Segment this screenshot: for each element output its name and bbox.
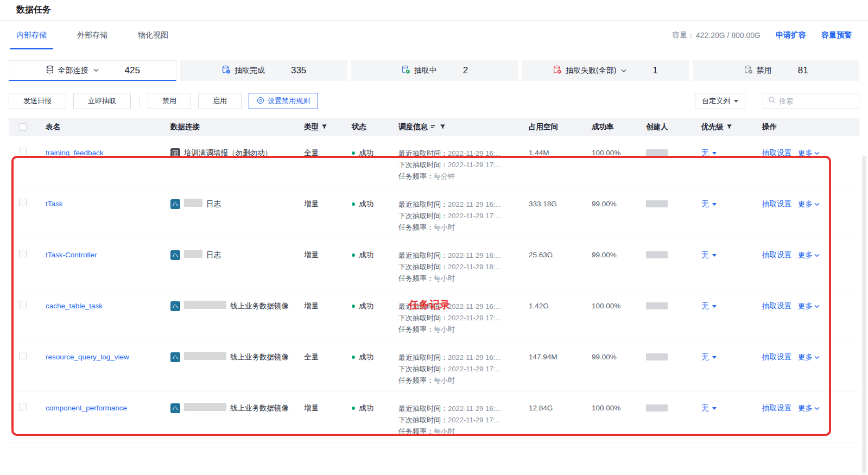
mysql-icon <box>170 199 180 209</box>
status-label: 成功 <box>359 403 373 414</box>
stat-card-extract-failed[interactable]: 抽取失败(全部) 1 <box>522 60 688 81</box>
capacity-area: 容量： 422.20G / 800.00G 申请扩容 容量预警 <box>672 30 852 40</box>
row-checkbox[interactable] <box>19 352 27 359</box>
search-input[interactable] <box>779 97 854 105</box>
connection-label: 线上业务数据镜像 <box>230 301 289 312</box>
rate-cell: 99.00% <box>582 187 636 238</box>
request-expand-link[interactable]: 申请扩容 <box>776 30 806 40</box>
schedule-cell: 最近抽取时间：2022-11-29 16:... 下次抽取时间：2022-11-… <box>390 391 520 442</box>
tab-external-storage[interactable]: 外部存储 <box>77 21 107 49</box>
stat-value: 425 <box>125 65 140 76</box>
filter-icon[interactable] <box>726 123 732 131</box>
creator-redacted <box>646 302 668 309</box>
column-header-priority: 优先级 <box>693 122 753 132</box>
more-dropdown[interactable]: 更多 <box>798 301 820 312</box>
stat-label: 全部连接 <box>58 66 88 75</box>
redacted-text <box>184 403 226 411</box>
priority-dropdown[interactable]: 无 <box>701 148 717 159</box>
tab-label: 外部存储 <box>77 30 107 40</box>
stat-card-disabled[interactable]: 禁用 81 <box>693 60 859 81</box>
extract-failed-icon <box>553 65 562 76</box>
stat-card-extracting[interactable]: 抽取中 2 <box>351 60 518 81</box>
filter-icon[interactable] <box>321 123 327 131</box>
sort-icon[interactable] <box>430 123 437 131</box>
column-header-size: 占用空间 <box>520 122 582 132</box>
type-cell: 增量 <box>294 238 343 289</box>
caret-down-icon <box>712 152 717 155</box>
form-connection-icon <box>170 148 180 158</box>
extract-settings-link[interactable]: 抽取设置 <box>762 301 791 312</box>
tab-internal-storage[interactable]: 内部存储 <box>16 21 47 49</box>
caret-down-icon <box>712 203 717 206</box>
table-name-link[interactable]: component_performance <box>46 404 127 412</box>
extract-settings-link[interactable]: 抽取设置 <box>762 352 791 363</box>
chevron-down-icon <box>814 407 820 410</box>
more-dropdown[interactable]: 更多 <box>798 250 820 261</box>
extract-now-button[interactable]: 立即抽取 <box>73 93 131 109</box>
priority-dropdown[interactable]: 无 <box>701 250 717 261</box>
chevron-down-icon <box>814 202 820 206</box>
chevron-down-icon <box>621 69 626 73</box>
tab-materialized-view[interactable]: 物化视图 <box>138 21 168 49</box>
row-checkbox[interactable] <box>19 403 27 410</box>
set-disable-rules-label: 设置禁用规则 <box>268 96 310 106</box>
extract-settings-link[interactable]: 抽取设置 <box>762 148 791 159</box>
more-dropdown[interactable]: 更多 <box>798 199 820 210</box>
table-name-link[interactable]: tTask-Controller <box>46 251 97 259</box>
rate-cell: 100.00% <box>582 391 636 442</box>
more-dropdown[interactable]: 更多 <box>798 148 820 159</box>
stat-label: 抽取完成 <box>235 66 265 75</box>
extract-done-icon <box>221 65 231 76</box>
column-header-schedule: 调度信息 <box>390 122 520 132</box>
row-checkbox[interactable] <box>19 250 27 257</box>
type-cell: 全量 <box>294 340 343 391</box>
creator-redacted <box>646 149 668 156</box>
chevron-down-icon <box>93 68 99 72</box>
status-dot <box>352 356 355 359</box>
disable-button[interactable]: 禁用 <box>148 93 191 109</box>
extract-settings-link[interactable]: 抽取设置 <box>762 199 791 210</box>
scrollbar[interactable] <box>862 156 866 473</box>
capacity-label: 容量： <box>672 30 695 40</box>
capacity-value: 422.20G / 800.00G <box>696 31 761 40</box>
redacted-text <box>184 352 226 360</box>
set-disable-rules-button[interactable]: 设置禁用规则 <box>249 93 318 109</box>
stat-value: 2 <box>463 65 468 76</box>
size-cell: 12.84G <box>520 391 582 442</box>
priority-dropdown[interactable]: 无 <box>701 301 717 312</box>
stat-card-all-connections[interactable]: 全部连接 425 <box>9 60 176 81</box>
extracting-icon <box>401 65 410 76</box>
type-cell: 全量 <box>294 136 343 187</box>
status-dot <box>352 202 355 206</box>
row-checkbox[interactable] <box>19 148 27 155</box>
more-dropdown[interactable]: 更多 <box>798 352 820 363</box>
row-checkbox[interactable] <box>19 301 27 308</box>
row-checkbox[interactable] <box>19 199 27 206</box>
priority-dropdown[interactable]: 无 <box>701 352 717 363</box>
table-name-link[interactable]: cache_table_task <box>46 302 103 310</box>
data-task-page: 数据任务 内部存储 外部存储 物化视图 容量： 422.20G / 800.00… <box>0 0 868 475</box>
extract-settings-link[interactable]: 抽取设置 <box>762 250 791 261</box>
search-box <box>763 93 859 109</box>
priority-dropdown[interactable]: 无 <box>701 199 717 210</box>
priority-dropdown[interactable]: 无 <box>701 403 717 414</box>
send-daily-report-button[interactable]: 发送日报 <box>9 93 66 109</box>
toolbar-divider <box>140 96 140 106</box>
table-name-link[interactable]: training_feedback <box>46 149 104 157</box>
table-name-link[interactable]: resource_query_log_view <box>46 353 129 361</box>
schedule-cell: 最近抽取时间：2022-11-29 16:... 下次抽取时间：2022-11-… <box>390 238 520 289</box>
customize-columns-button[interactable]: 自定义列 <box>695 93 745 109</box>
table-row: cache_table_task 线上业务数据镜像 增量 成功 最近抽取时间：2… <box>9 289 859 340</box>
schedule-cell: 最近抽取时间：2022-11-29 16:... 下次抽取时间：2022-11-… <box>390 187 520 238</box>
chevron-down-icon <box>814 254 820 257</box>
select-all-checkbox[interactable] <box>19 123 27 131</box>
disabled-icon <box>744 65 753 76</box>
enable-button[interactable]: 启用 <box>198 93 242 109</box>
table-name-link[interactable]: tTask <box>46 200 63 208</box>
filter-icon[interactable] <box>440 123 446 131</box>
stat-card-extract-done[interactable]: 抽取完成 335 <box>180 60 347 81</box>
rate-cell: 100.00% <box>582 289 636 340</box>
more-dropdown[interactable]: 更多 <box>798 403 820 414</box>
capacity-alert-link[interactable]: 容量预警 <box>821 30 852 40</box>
extract-settings-link[interactable]: 抽取设置 <box>762 403 791 414</box>
